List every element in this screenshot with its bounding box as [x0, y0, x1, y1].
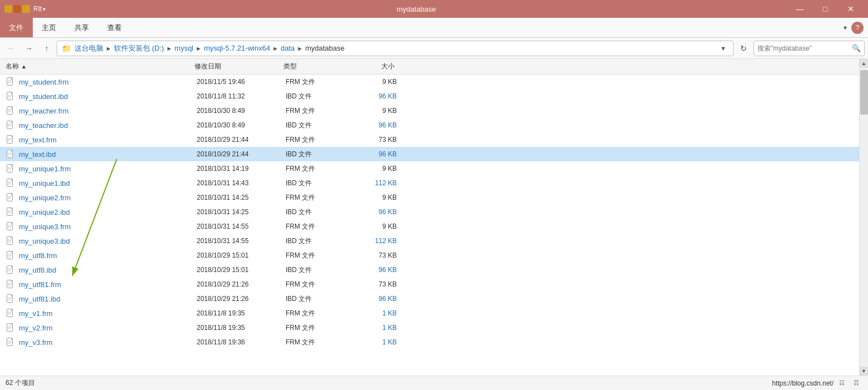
file-type: IBD 文件	[286, 121, 352, 130]
table-row[interactable]: my_utf8.frm2018/10/29 15:01FRM 文件73 KB	[0, 248, 859, 263]
bc-data[interactable]: data	[281, 44, 295, 52]
file-size: 96 KB	[352, 150, 408, 158]
tab-home[interactable]: 主页	[33, 18, 66, 37]
col-header-size[interactable]: 大小	[350, 62, 406, 71]
tab-view[interactable]: 查看	[98, 18, 131, 37]
file-date: 2018/10/29 15:01	[197, 251, 286, 259]
file-icon	[6, 207, 16, 217]
forward-button[interactable]: →	[21, 41, 37, 56]
table-row[interactable]: my_unique1.ibd2018/10/31 14:43IBD 文件112 …	[0, 176, 859, 190]
status-bar: 62 个项目 https://blog.csdn.net/ ☷ ☶	[0, 376, 868, 390]
scrollbar-thumb[interactable]	[860, 70, 868, 115]
file-name: my_text.frm	[19, 136, 197, 144]
view-details-button[interactable]: ☷	[836, 377, 848, 389]
file-icon	[6, 106, 16, 116]
minimize-button[interactable]: —	[787, 0, 812, 18]
col-header-type[interactable]: 类型	[283, 62, 350, 71]
tab-file[interactable]: 文件	[0, 18, 33, 37]
col-header-name[interactable]: 名称 ▲	[6, 62, 194, 71]
table-row[interactable]: my_unique3.frm2018/10/31 14:55FRM 文件9 KB	[0, 219, 859, 234]
status-url: https://blog.csdn.net/	[772, 379, 834, 387]
file-type: IBD 文件	[286, 150, 352, 159]
window-controls: — □ ✕	[787, 0, 864, 18]
folder-icon: 📁	[62, 44, 71, 53]
app-icon-3	[22, 5, 30, 13]
file-size: 73 KB	[352, 251, 408, 259]
table-row[interactable]: my_unique2.frm2018/10/31 14:25FRM 文件9 KB	[0, 190, 859, 205]
file-name: my_utf81.frm	[19, 280, 197, 289]
table-row[interactable]: my_utf81.ibd2018/10/29 21:26IBD 文件96 KB	[0, 292, 859, 306]
app-icon-1	[4, 5, 12, 13]
file-size: 112 KB	[352, 179, 408, 187]
table-row[interactable]: my_utf8.ibd2018/10/29 15:01IBD 文件96 KB	[0, 263, 859, 277]
bc-mysql-version[interactable]: mysql-5.7.21-winx64	[204, 44, 270, 52]
close-button[interactable]: ✕	[838, 0, 864, 18]
table-row[interactable]: my_unique3.ibd2018/10/31 14:55IBD 文件112 …	[0, 234, 859, 248]
quick-access-bar: RIt ▾	[4, 5, 46, 13]
file-size: 9 KB	[352, 194, 408, 201]
table-row[interactable]: my_text.ibd2018/10/29 21:44IBD 文件96 KB	[0, 147, 859, 161]
search-button[interactable]: 🔍	[852, 44, 861, 52]
file-icon	[6, 250, 16, 260]
view-tiles-button[interactable]: ☶	[850, 377, 862, 389]
main-area: 名称 ▲ 修改日期 类型 大小 my_student.frm2018/11/5 …	[0, 59, 868, 376]
maximize-button[interactable]: □	[812, 0, 838, 18]
table-row[interactable]: my_unique2.ibd2018/10/31 14:25IBD 文件96 K…	[0, 205, 859, 219]
file-name: my_unique2.frm	[19, 194, 197, 202]
file-icon	[6, 192, 16, 203]
table-row[interactable]: my_v2.frm2018/11/8 19:35FRM 文件1 KB	[0, 320, 859, 335]
up-button[interactable]: ↑	[39, 41, 54, 56]
table-row[interactable]: my_v1.frm2018/11/8 19:35FRM 文件1 KB	[0, 306, 859, 320]
ribbon-expand-icon[interactable]: ▾	[844, 24, 847, 32]
file-name: my_unique3.frm	[19, 223, 197, 231]
table-row[interactable]: my_student.ibd2018/11/8 11:32IBD 文件96 KB	[0, 89, 859, 103]
bc-drive[interactable]: 软件安装包 (D:)	[114, 43, 164, 53]
file-size: 1 KB	[352, 324, 408, 332]
file-date: 2018/10/31 14:19	[197, 165, 286, 172]
column-headers: 名称 ▲ 修改日期 类型 大小	[0, 59, 859, 75]
file-size: 9 KB	[352, 223, 408, 230]
refresh-button[interactable]: ↻	[736, 41, 751, 56]
file-type: FRM 文件	[286, 222, 352, 231]
file-icon	[6, 294, 16, 304]
sort-arrow-name: ▲	[21, 63, 27, 70]
search-input[interactable]	[757, 45, 852, 52]
file-rows: my_student.frm2018/11/5 19:46FRM 文件9 KB …	[0, 75, 859, 376]
scrollbar-down[interactable]: ▼	[860, 367, 869, 376]
scrollbar-track: ▲ ▼	[859, 59, 868, 376]
file-name: my_utf8.frm	[19, 251, 197, 260]
file-name: my_teacher.ibd	[19, 121, 197, 130]
file-date: 2018/10/31 14:55	[197, 237, 286, 245]
breadcrumb: 这台电脑 ► 软件安装包 (D:) ► mysql ► mysql-5.7.21…	[74, 43, 718, 53]
back-button[interactable]: ←	[3, 41, 19, 56]
address-box[interactable]: 📁 这台电脑 ► 软件安装包 (D:) ► mysql ► mysql-5.7.…	[57, 41, 734, 56]
file-icon	[6, 221, 16, 231]
bc-mysql[interactable]: mysql	[174, 44, 193, 52]
table-row[interactable]: my_unique1.frm2018/10/31 14:19FRM 文件9 KB	[0, 161, 859, 176]
file-name: my_v1.frm	[19, 309, 197, 318]
file-type: FRM 文件	[286, 77, 352, 87]
table-row[interactable]: my_utf81.frm2018/10/29 21:26FRM 文件73 KB	[0, 277, 859, 292]
scrollbar-up[interactable]: ▲	[860, 59, 869, 68]
table-row[interactable]: my_teacher.ibd2018/10/30 8:49IBD 文件96 KB	[0, 118, 859, 132]
file-icon	[6, 149, 16, 159]
title-bar: RIt ▾ mydatabase — □ ✕	[0, 0, 868, 18]
file-icon	[6, 236, 16, 246]
file-size: 1 KB	[352, 309, 408, 317]
table-row[interactable]: my_text.frm2018/10/29 21:44FRM 文件73 KB	[0, 132, 859, 147]
table-row[interactable]: my_student.frm2018/11/5 19:46FRM 文件9 KB	[0, 75, 859, 89]
file-name: my_teacher.frm	[19, 107, 197, 115]
col-header-date[interactable]: 修改日期	[194, 62, 283, 71]
help-button[interactable]: ?	[851, 22, 864, 34]
address-dropdown-button[interactable]: ▼	[718, 45, 729, 52]
file-name: my_v2.frm	[19, 324, 197, 332]
table-row[interactable]: my_teacher.frm2018/10/30 8:49FRM 文件9 KB	[0, 103, 859, 118]
table-row[interactable]: my_v3.frm2018/11/8 19:36FRM 文件1 KB	[0, 335, 859, 349]
title-bar-left: RIt ▾	[4, 5, 46, 13]
file-type: IBD 文件	[286, 92, 352, 101]
tab-share[interactable]: 共享	[66, 18, 98, 37]
file-icon	[6, 178, 16, 188]
bc-computer[interactable]: 这台电脑	[74, 43, 103, 53]
search-box[interactable]: 🔍	[754, 41, 865, 56]
file-name: my_utf81.ibd	[19, 295, 197, 303]
